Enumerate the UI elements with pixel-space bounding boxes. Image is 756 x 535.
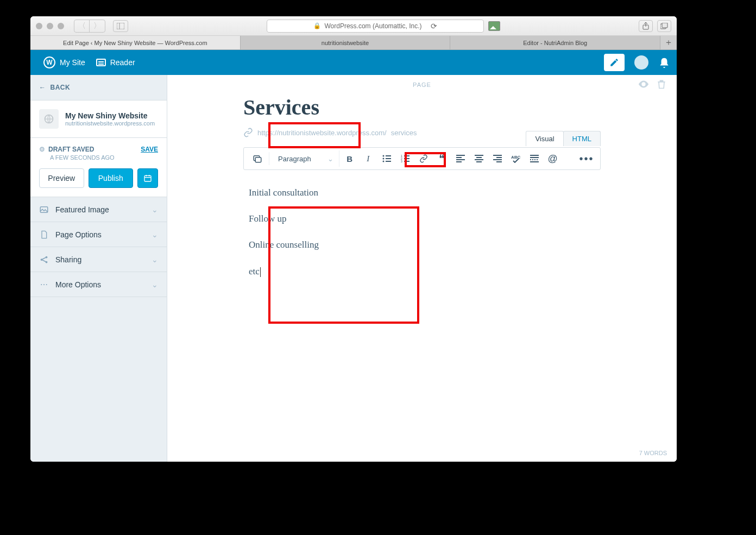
minimize-window-button[interactable] xyxy=(47,23,53,29)
bullet-list-button[interactable] xyxy=(379,150,395,167)
schedule-button[interactable] xyxy=(137,168,158,188)
publish-button[interactable]: Publish xyxy=(89,168,134,188)
svg-rect-4 xyxy=(662,23,667,28)
trash-icon[interactable] xyxy=(656,78,667,90)
draft-saved-label: DRAFT SAVED xyxy=(48,146,94,153)
browser-tabstrip: Edit Page ‹ My New Shiny Website — WordP… xyxy=(30,36,677,50)
share-icon xyxy=(39,255,49,265)
permalink-slug[interactable]: services xyxy=(391,129,417,137)
calendar-icon xyxy=(143,174,152,182)
wp-masterbar: W My Site Reader xyxy=(30,50,677,75)
extension-icon[interactable] xyxy=(488,21,500,31)
accordion-label: Sharing xyxy=(55,255,81,264)
permalink-base: https://nutritionistwebsite.wordpress.co… xyxy=(257,129,387,137)
chevron-down-icon: ⌄ xyxy=(327,155,333,163)
publish-buttons: Preview Publish xyxy=(39,168,158,188)
accordion-sharing[interactable]: Sharing ⌄ xyxy=(30,247,167,272)
status-card: ⚙ DRAFT SAVED SAVE A FEW SECONDS AGO Pre… xyxy=(30,138,167,197)
format-select[interactable]: Paragraph ⌄ xyxy=(273,150,339,167)
image-icon xyxy=(39,205,49,215)
gear-icon[interactable]: ⚙ xyxy=(39,146,45,153)
site-card[interactable]: My New Shiny Website nutritionistwebsite… xyxy=(30,100,167,138)
back-link[interactable]: ← BACK xyxy=(30,75,167,100)
address-bar-wrap: 🔒 WordPress.com (Automattic, Inc.) ⟳ xyxy=(133,20,634,33)
user-avatar[interactable] xyxy=(634,55,648,70)
svg-rect-0 xyxy=(117,23,124,29)
tab-visual[interactable]: Visual xyxy=(526,131,563,146)
content-line: etc xyxy=(249,260,595,284)
text-cursor xyxy=(260,267,261,277)
blockquote-button[interactable]: ❝ xyxy=(434,150,450,167)
align-left-button[interactable] xyxy=(452,150,469,167)
reload-icon[interactable]: ⟳ xyxy=(431,22,437,30)
chevron-down-icon: ⌄ xyxy=(152,280,158,289)
safari-sidebar-button[interactable] xyxy=(113,20,128,32)
visibility-icon[interactable] xyxy=(638,78,650,90)
read-more-button[interactable] xyxy=(526,150,543,167)
accordion-label: Featured Image xyxy=(55,205,109,214)
toolbar-wrap: Visual HTML Paragraph ⌄ B I 123 ❝ xyxy=(243,147,601,170)
tabs-overview-button[interactable] xyxy=(657,20,671,32)
compose-button[interactable] xyxy=(604,54,625,71)
notifications-icon[interactable] xyxy=(658,57,669,68)
content-line: Online counselling xyxy=(249,233,595,257)
close-window-button[interactable] xyxy=(36,23,42,29)
page-icon xyxy=(39,230,49,240)
accordion-label: More Options xyxy=(55,280,101,289)
mac-titlebar: 〈 〉 🔒 WordPress.com (Automattic, Inc.) ⟳ xyxy=(30,16,677,36)
content-line: Follow up xyxy=(249,207,595,231)
tab-html[interactable]: HTML xyxy=(563,131,601,146)
accordion-more-options[interactable]: ⋯ More Options ⌄ xyxy=(30,272,167,297)
preview-button[interactable]: Preview xyxy=(39,168,84,188)
add-media-button[interactable] xyxy=(249,150,266,167)
reader-link[interactable]: Reader xyxy=(91,50,141,75)
content-line: Initial consultation xyxy=(249,181,595,205)
italic-button[interactable]: I xyxy=(360,150,376,167)
my-site-link[interactable]: W My Site xyxy=(38,50,91,75)
format-label: Paragraph xyxy=(278,155,311,163)
browser-tab[interactable]: Editor - NutriAdmin Blog xyxy=(450,36,660,49)
editor-content[interactable]: Initial consultation Follow up Online co… xyxy=(167,170,677,297)
link-icon[interactable] xyxy=(243,128,253,137)
word-count: 7 WORDS xyxy=(639,450,667,456)
pencil-icon xyxy=(609,58,619,67)
globe-icon xyxy=(39,109,59,129)
accordion-label: Page Options xyxy=(55,230,102,239)
editor-toolbar: Paragraph ⌄ B I 123 ❝ ABC @ ••• xyxy=(243,147,601,170)
address-bar[interactable]: 🔒 WordPress.com (Automattic, Inc.) ⟳ xyxy=(267,20,484,33)
new-tab-button[interactable]: ＋ xyxy=(660,36,677,49)
align-right-button[interactable] xyxy=(489,150,506,167)
bold-button[interactable]: B xyxy=(342,150,358,167)
site-url: nutritionistwebsite.wordpress.com xyxy=(65,120,155,127)
accordion-page-options[interactable]: Page Options ⌄ xyxy=(30,222,167,247)
numbered-list-button[interactable]: 123 xyxy=(397,150,413,167)
traffic-lights xyxy=(36,23,64,29)
back-button[interactable]: 〈 xyxy=(74,20,90,32)
spellcheck-button[interactable]: ABC xyxy=(508,150,524,167)
align-center-button[interactable] xyxy=(471,150,487,167)
titlebar-right xyxy=(639,20,671,32)
chevron-down-icon: ⌄ xyxy=(152,230,158,239)
svg-point-18 xyxy=(382,161,384,162)
share-button[interactable] xyxy=(639,20,653,32)
kitchen-sink-button[interactable]: ••• xyxy=(578,150,595,167)
svg-point-16 xyxy=(382,155,384,157)
mention-button[interactable]: @ xyxy=(545,150,561,167)
editor-sidebar: ← BACK My New Shiny Website nutritionist… xyxy=(30,75,167,462)
post-title-input[interactable]: Services xyxy=(243,95,319,120)
link-button[interactable] xyxy=(415,150,432,167)
wordpress-logo-icon: W xyxy=(43,56,55,68)
browser-tab[interactable]: nutritionistwebsite xyxy=(241,36,451,49)
svg-rect-6 xyxy=(144,175,151,181)
save-link[interactable]: SAVE xyxy=(141,146,158,153)
accordion-featured-image[interactable]: Featured Image ⌄ xyxy=(30,197,167,222)
ellipsis-icon: ⋯ xyxy=(39,280,49,289)
browser-tab[interactable]: Edit Page ‹ My New Shiny Website — WordP… xyxy=(30,36,241,49)
timeago-label: A FEW SECONDS AGO xyxy=(50,154,158,161)
forward-button[interactable]: 〉 xyxy=(90,20,105,32)
browser-window: 〈 〉 🔒 WordPress.com (Automattic, Inc.) ⟳… xyxy=(30,16,677,462)
chevron-down-icon: ⌄ xyxy=(152,255,158,264)
nav-arrows: 〈 〉 xyxy=(74,20,105,33)
editor-main: PAGE Services https://nutritionistwebsit… xyxy=(167,75,677,462)
maximize-window-button[interactable] xyxy=(58,23,64,29)
